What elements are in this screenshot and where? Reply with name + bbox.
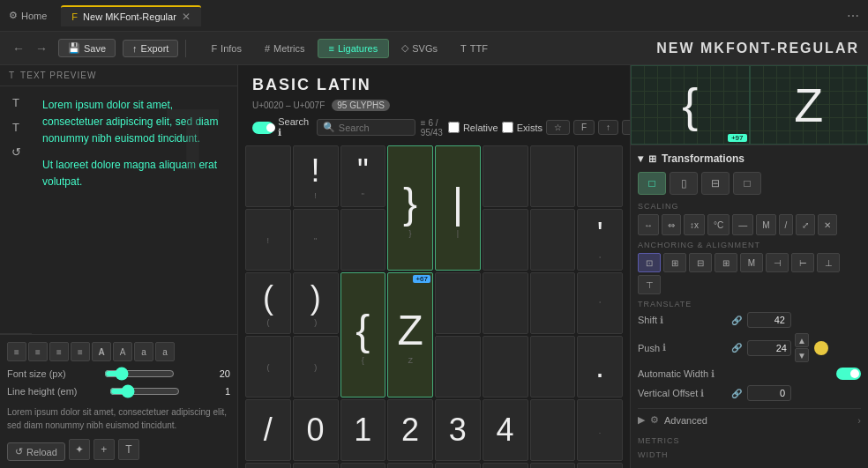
shift-input[interactable]	[747, 312, 791, 328]
glyph-cell[interactable]	[577, 145, 623, 207]
glyph-cell[interactable]: ""	[340, 145, 386, 207]
scale-btn-1[interactable]: ↔	[638, 214, 659, 235]
align-justify-btn[interactable]: ≡	[71, 342, 90, 361]
glyph-cell[interactable]	[245, 145, 291, 207]
anchor-btn-3[interactable]: ⊟	[689, 253, 712, 272]
glyph-cell-selected[interactable]: Z Z +67	[387, 272, 433, 397]
exists-checkbox[interactable]	[502, 122, 513, 133]
glyph-preview-left[interactable]: { +97	[631, 65, 750, 145]
filter-icon-1[interactable]: ☆	[546, 120, 570, 135]
glyph-cell[interactable]: .	[577, 336, 623, 397]
anchor-btn-4[interactable]: ⊞	[715, 253, 737, 272]
tool-cursor[interactable]: T	[5, 92, 26, 113]
glyph-cell[interactable]: !!	[293, 145, 339, 207]
glyph-cell[interactable]	[530, 463, 576, 468]
home-button[interactable]: ⚙ Home	[9, 10, 47, 21]
scale-btn-4[interactable]: °C	[707, 214, 730, 235]
scale-btn-3[interactable]: ↕x	[684, 214, 705, 235]
font-extra-btn[interactable]: a	[155, 342, 175, 361]
tab-ligatures[interactable]: ≡ Ligatures	[318, 39, 390, 58]
glyph-cell[interactable]	[435, 272, 481, 334]
font-style-btn[interactable]: a	[134, 342, 153, 361]
push-decrement-btn[interactable]: ▼	[795, 348, 809, 362]
align-center-btn[interactable]: ≡	[28, 342, 48, 361]
search-input[interactable]	[339, 123, 409, 133]
glyph-cell[interactable]: 4	[483, 463, 528, 468]
glyph-cell[interactable]: 4	[483, 399, 528, 461]
advanced-row[interactable]: ▶ ⚙ Advanced ›	[638, 408, 861, 431]
glyph-cell[interactable]	[530, 336, 576, 397]
glyph-cell[interactable]: .	[577, 399, 623, 461]
font-b-btn[interactable]: A	[113, 342, 132, 361]
scale-btn-8[interactable]: ⤢	[796, 214, 815, 235]
font-a-btn[interactable]: A	[92, 342, 111, 361]
scale-btn-7[interactable]: /	[779, 214, 794, 235]
transform-btn-rect[interactable]: ▯	[670, 172, 698, 195]
align-right-btn[interactable]: ≡	[49, 342, 69, 361]
anchor-btn-7[interactable]: ⊢	[791, 253, 814, 272]
transform-btn-square[interactable]: □	[638, 172, 666, 195]
more-button[interactable]: ⋯	[847, 9, 859, 23]
scale-btn-6[interactable]: M	[756, 214, 775, 235]
glyph-cell[interactable]: 0	[293, 463, 339, 468]
anchor-btn-5[interactable]: M	[740, 253, 763, 272]
glyph-cell[interactable]: /	[245, 463, 291, 468]
glyph-cell[interactable]	[530, 272, 576, 334]
transform-btn-square2[interactable]: □	[733, 172, 761, 195]
glyph-cell[interactable]: 1	[340, 399, 386, 461]
active-tab[interactable]: F New MKFont-Regular ✕	[61, 5, 201, 26]
glyph-cell[interactable]	[483, 145, 528, 207]
reload-button[interactable]: ↺ Reload	[7, 442, 65, 461]
anchor-btn-9[interactable]: ⊤	[638, 275, 661, 294]
search-toggle-switch[interactable]	[252, 122, 274, 134]
anchor-btn-8[interactable]: ⊥	[817, 253, 840, 272]
scale-btn-2[interactable]: ⇔	[662, 214, 681, 235]
glyph-cell[interactable]: 3	[435, 463, 481, 468]
filter-icon-2[interactable]: F	[573, 120, 595, 135]
glyph-cell[interactable]	[530, 209, 576, 271]
glyph-cell[interactable]	[483, 272, 528, 334]
glyph-cell[interactable]: '	[577, 272, 623, 334]
glyph-cell[interactable]: 1	[340, 463, 386, 468]
glyph-cell-selected[interactable]: { {	[340, 272, 386, 397]
push-increment-btn[interactable]: ▲	[795, 333, 809, 347]
anchor-btn-6[interactable]: ⊣	[766, 253, 789, 272]
tool-text[interactable]: T	[5, 116, 26, 137]
glyph-cell[interactable]: 5	[577, 463, 623, 468]
tab-infos[interactable]: F Infos	[200, 39, 252, 58]
export-button[interactable]: ↑ Export	[123, 40, 178, 57]
glyph-cell[interactable]: 2	[387, 399, 433, 461]
forward-button[interactable]: →	[32, 40, 51, 57]
font-size-slider[interactable]	[104, 367, 175, 381]
anchor-btn-2[interactable]: ⊞	[663, 253, 686, 272]
glyph-cell[interactable]: ))	[293, 272, 339, 334]
tab-svgs[interactable]: ◇ SVGs	[391, 39, 448, 58]
tab-ttf[interactable]: T TTF	[450, 39, 498, 58]
glyph-cell[interactable]: "	[293, 209, 339, 271]
save-button[interactable]: 💾 Save	[58, 39, 116, 57]
tab-metrics[interactable]: # Metrics	[254, 39, 316, 58]
glyph-cell[interactable]: ''	[577, 209, 623, 271]
glyph-cell[interactable]	[530, 399, 576, 461]
glyph-cell[interactable]	[483, 336, 528, 397]
glyph-cell[interactable]	[435, 336, 481, 397]
scale-btn-5[interactable]: —	[732, 214, 753, 235]
glyph-cell[interactable]: 2	[387, 463, 433, 468]
glyph-cell[interactable]: (	[245, 336, 291, 397]
T-icon-btn[interactable]: T	[118, 439, 139, 460]
scale-btn-9[interactable]: ✕	[818, 214, 837, 235]
align-left-btn[interactable]: ≡	[7, 342, 26, 361]
tab-close-button[interactable]: ✕	[182, 11, 191, 23]
anchor-btn-1[interactable]: ⊡	[638, 253, 661, 272]
glyph-cell[interactable]: /	[245, 399, 291, 461]
glyph-cell[interactable]	[483, 209, 528, 271]
auto-width-toggle[interactable]	[836, 368, 861, 380]
glyph-cell[interactable]: )	[293, 336, 339, 397]
transform-btn-minus[interactable]: ⊟	[701, 172, 730, 195]
glyph-cell[interactable]	[340, 209, 386, 271]
glyph-preview-right[interactable]: Z	[750, 65, 869, 145]
glyph-cell[interactable]	[530, 145, 576, 207]
glyph-cell-selected[interactable]: | |	[435, 145, 481, 271]
plus-icon-btn[interactable]: +	[94, 439, 115, 460]
filter-icon-4[interactable]: AI	[622, 120, 630, 135]
